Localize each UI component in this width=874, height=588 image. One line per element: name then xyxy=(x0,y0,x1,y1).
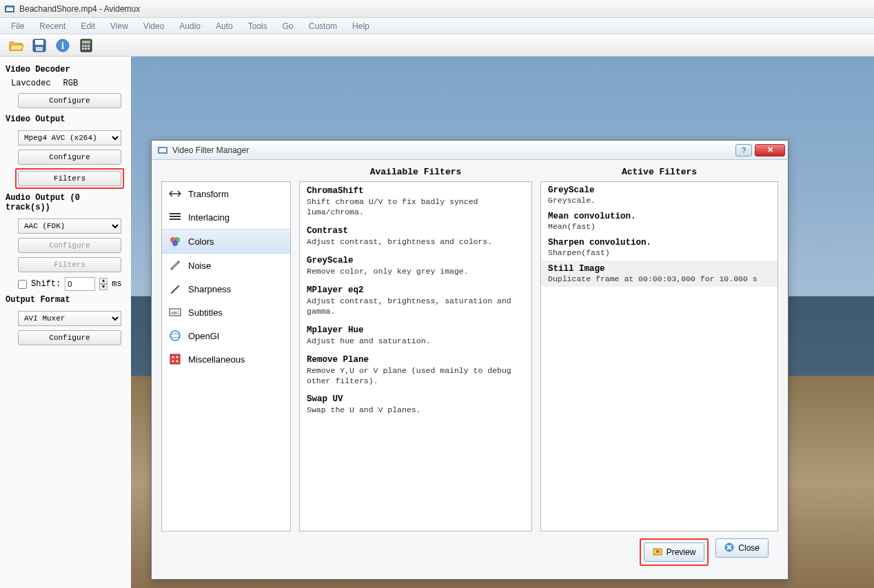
active-filter-desc: Mean(fast) xyxy=(548,222,771,231)
active-filter-name: GreyScale xyxy=(548,185,771,195)
info-icon[interactable]: i xyxy=(55,38,70,53)
dialog-close-button[interactable]: ✕ xyxy=(755,144,785,156)
active-filter-name: Mean convolution. xyxy=(548,212,771,221)
video-decoder-title: Video Decoder xyxy=(6,65,125,74)
category-miscellaneous[interactable]: Miscellaneous xyxy=(162,347,290,371)
active-filter-desc: Duplicate frame at 00:00:03,000 for 10.0… xyxy=(548,274,771,283)
svg-rect-19 xyxy=(170,216,181,217)
active-filter-item[interactable]: Still ImageDuplicate frame at 00:00:03,0… xyxy=(541,261,778,287)
dialog-titlebar[interactable]: Video Filter Manager ? ✕ xyxy=(152,141,788,160)
menu-audio[interactable]: Audio xyxy=(172,20,207,32)
svg-rect-11 xyxy=(85,45,87,47)
shift-checkbox[interactable] xyxy=(18,280,27,289)
interlacing-icon xyxy=(169,211,181,223)
menu-edit[interactable]: Edit xyxy=(74,20,102,32)
menu-go[interactable]: Go xyxy=(276,20,301,32)
filter-desc: Adjust contrast, brightness and colors. xyxy=(307,237,525,247)
category-opengl[interactable]: OpenGl xyxy=(162,324,290,347)
menu-recent[interactable]: Recent xyxy=(32,20,72,32)
close-button[interactable]: Close xyxy=(715,538,769,558)
preview-highlight: Preview xyxy=(640,538,709,566)
save-icon[interactable] xyxy=(32,38,47,53)
active-filter-name: Still Image xyxy=(548,264,771,274)
subtitles-icon: ABC xyxy=(169,306,181,318)
svg-rect-18 xyxy=(170,213,181,214)
active-filter-name: Sharpen convolution. xyxy=(548,238,771,247)
menu-tools[interactable]: Tools xyxy=(241,20,274,32)
category-label: Noise xyxy=(188,261,211,271)
category-transform[interactable]: Transform xyxy=(162,182,290,205)
video-output-filters-button[interactable]: Filters xyxy=(18,171,121,186)
output-format-configure-button[interactable]: Configure xyxy=(18,330,121,345)
decoder-configure-button[interactable]: Configure xyxy=(18,93,121,108)
active-filter-item[interactable]: Sharpen convolution.Sharpen(fast) xyxy=(541,234,778,261)
category-colors[interactable]: Colors xyxy=(162,229,290,254)
open-icon[interactable] xyxy=(8,38,23,53)
filter-name: Mplayer Hue xyxy=(307,325,525,335)
preview-icon xyxy=(653,547,662,558)
category-label: Sharpness xyxy=(188,284,231,294)
filter-desc: Shift chroma U/V to fix badly synced lum… xyxy=(307,197,525,218)
category-label: OpenGl xyxy=(188,331,219,341)
available-filter-item[interactable]: ChromaShiftShift chroma U/V to fix badly… xyxy=(300,182,531,222)
svg-rect-28 xyxy=(170,354,180,364)
menu-help[interactable]: Help xyxy=(345,20,376,32)
available-filter-item[interactable]: Remove PlaneRemove Y,U or V plane (used … xyxy=(300,351,531,391)
window-title: BeachandShore.mp4 - Avidemux xyxy=(19,4,140,14)
svg-rect-10 xyxy=(82,45,84,47)
available-filter-item[interactable]: Mplayer HueAdjust hue and saturation. xyxy=(300,321,531,351)
decoder-colorspace: RGB xyxy=(63,79,79,88)
svg-rect-15 xyxy=(88,48,90,50)
menu-auto[interactable]: Auto xyxy=(209,20,240,32)
noise-icon xyxy=(169,259,181,272)
shift-unit: ms xyxy=(112,279,121,289)
svg-rect-9 xyxy=(82,41,90,43)
active-filter-item[interactable]: GreyScaleGreyscale. xyxy=(541,182,778,208)
filter-name: Remove Plane xyxy=(307,355,525,365)
available-filter-item[interactable]: GreyScaleRemove color, only key grey ima… xyxy=(300,252,531,281)
filter-name: Contrast xyxy=(307,226,525,236)
audio-output-configure-button[interactable]: Configure xyxy=(18,238,121,253)
sharpness-icon xyxy=(169,283,181,295)
close-label: Close xyxy=(738,543,760,553)
audio-output-select[interactable]: AAC (FDK) xyxy=(18,219,121,234)
available-filter-item[interactable]: MPlayer eq2Adjust contrast, brightness, … xyxy=(300,281,531,321)
video-output-configure-button[interactable]: Configure xyxy=(18,150,121,165)
category-label: Interlacing xyxy=(188,212,230,223)
menu-file[interactable]: File xyxy=(4,20,31,32)
colors-icon xyxy=(169,235,181,247)
menu-video[interactable]: Video xyxy=(136,20,171,32)
category-sharpness[interactable]: Sharpness xyxy=(162,277,290,301)
svg-text:i: i xyxy=(61,41,64,51)
svg-point-32 xyxy=(176,361,179,363)
available-filters-header: Available Filters xyxy=(299,164,532,181)
available-filters-list: ChromaShiftShift chroma U/V to fix badly… xyxy=(299,181,532,531)
category-interlacing[interactable]: Interlacing xyxy=(162,205,290,229)
video-output-select[interactable]: Mpeg4 AVC (x264) xyxy=(18,130,121,145)
svg-text:ABC: ABC xyxy=(171,311,180,315)
shift-up-icon[interactable]: ▲ xyxy=(99,278,108,284)
preview-button[interactable]: Preview xyxy=(644,543,705,562)
active-filter-item[interactable]: Mean convolution.Mean(fast) xyxy=(541,208,778,234)
svg-point-23 xyxy=(172,241,178,246)
available-filter-item[interactable]: ContrastAdjust contrast, brightness and … xyxy=(300,222,531,252)
svg-rect-17 xyxy=(159,148,166,152)
category-noise[interactable]: Noise xyxy=(162,254,290,277)
calculator-icon[interactable] xyxy=(79,38,94,53)
shift-down-icon[interactable]: ▼ xyxy=(99,284,108,290)
menu-view[interactable]: View xyxy=(103,20,135,32)
available-filter-item[interactable]: Swap UVSwap the U and V planes. xyxy=(300,390,531,420)
transform-icon xyxy=(169,187,181,200)
svg-point-29 xyxy=(172,356,174,358)
output-format-title: Output Format xyxy=(6,295,125,305)
shift-input[interactable] xyxy=(65,277,95,291)
svg-point-26 xyxy=(170,331,180,341)
filters-highlight: Filters xyxy=(15,168,124,189)
output-format-select[interactable]: AVI Muxer xyxy=(18,311,121,326)
menu-custom[interactable]: Custom xyxy=(302,20,344,32)
svg-point-30 xyxy=(176,356,179,358)
category-subtitles[interactable]: ABCSubtitles xyxy=(162,301,290,324)
svg-rect-14 xyxy=(85,48,87,50)
dialog-help-button[interactable]: ? xyxy=(735,144,752,156)
audio-output-filters-button[interactable]: Filters xyxy=(18,257,121,272)
